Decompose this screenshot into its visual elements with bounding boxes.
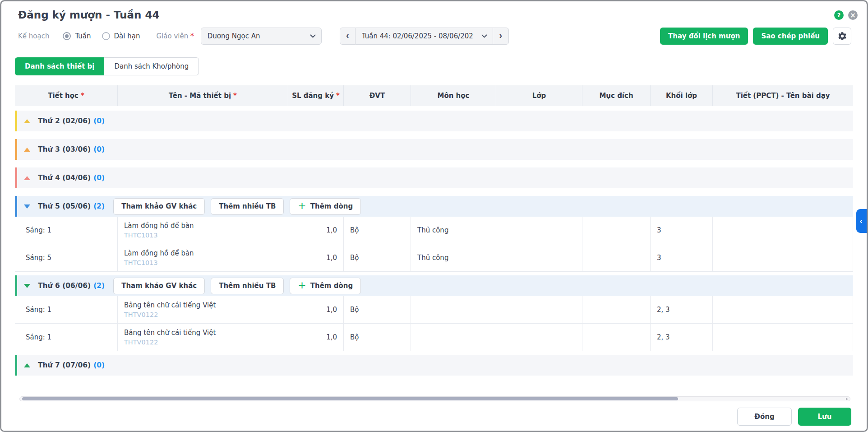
teacher-select[interactable]: Dương Ngọc An [201, 28, 322, 45]
cell-purpose[interactable] [582, 217, 651, 244]
add-many-devices-button[interactable]: Thêm nhiều TB [211, 198, 284, 215]
cell-device[interactable]: Bảng tên chữ cái tiếng Việt THTV0122 [118, 324, 288, 351]
cell-period[interactable]: Sáng: 1 [15, 324, 118, 351]
device-row: Sáng: 1 Bảng tên chữ cái tiếng Việt THTV… [15, 296, 853, 324]
cell-period[interactable]: Sáng: 1 [15, 296, 118, 323]
copy-ticket-button[interactable]: Sao chép phiếu [753, 28, 828, 45]
day-group: Thứ 5 (05/06) (2) Tham khảo GV khác Thêm… [15, 196, 853, 272]
cell-quantity[interactable]: 1,0 [288, 296, 344, 323]
settings-button[interactable] [833, 28, 851, 45]
cell-grade[interactable]: 2, 3 [651, 324, 713, 351]
filter-bar: Kế hoạch Tuần Dài hạn Giáo viên * Dương … [18, 28, 851, 45]
cell-period[interactable]: Sáng: 1 [15, 217, 118, 244]
cell-quantity[interactable]: 1,0 [288, 324, 344, 351]
save-button[interactable]: Lưu [798, 408, 851, 426]
change-schedule-button[interactable]: Thay đổi lịch mượn [660, 28, 748, 45]
add-row-button[interactable]: + Thêm dòng [290, 278, 361, 294]
day-header-row[interactable]: Thứ 5 (05/06) (2) Tham khảo GV khác Thêm… [15, 196, 853, 217]
expand-toggle-icon[interactable] [24, 363, 30, 367]
column-header: ĐVT [344, 85, 411, 106]
expand-toggle-icon[interactable] [24, 176, 30, 180]
device-code: THTV0122 [124, 311, 282, 318]
column-header: Tiết (PPCT) - Tên bài dạy [713, 85, 853, 106]
day-header-row[interactable]: Thứ 7 (07/06) (0) [15, 355, 853, 376]
cell-unit[interactable]: Bộ [344, 217, 411, 244]
day-rows: Sáng: 1 Làm đồng hồ để bàn THTC1013 1,0 … [15, 217, 853, 272]
expand-toggle-icon[interactable] [24, 119, 30, 123]
next-week-button[interactable]: › [493, 28, 509, 45]
prev-week-button[interactable]: ‹ [340, 28, 356, 45]
cell-unit[interactable]: Bộ [344, 244, 411, 271]
cell-device[interactable]: Làm đồng hồ để bàn THTC1013 [118, 217, 288, 244]
plan-label: Kế hoạch [18, 32, 49, 40]
radio-longterm-circle[interactable] [102, 32, 110, 40]
cell-ppct[interactable] [713, 296, 853, 323]
consult-other-teacher-button[interactable]: Tham khảo GV khác [113, 198, 205, 215]
cell-period[interactable]: Sáng: 5 [15, 244, 118, 271]
cell-grade[interactable]: 2, 3 [651, 296, 713, 323]
table-body: Thứ 2 (02/06) (0) Thứ 3 (03/06) (0) Thứ … [15, 111, 853, 376]
cell-unit[interactable]: Bộ [344, 296, 411, 323]
cell-ppct[interactable] [713, 324, 853, 351]
cell-purpose[interactable] [582, 244, 651, 271]
device-row: Sáng: 5 Làm đồng hồ để bàn THTC1013 1,0 … [15, 244, 853, 272]
cell-unit[interactable]: Bộ [344, 324, 411, 351]
cell-purpose[interactable] [582, 324, 651, 351]
day-header-row[interactable]: Thứ 3 (03/06) (0) [15, 139, 853, 160]
cell-subject[interactable]: Thủ công [411, 217, 496, 244]
day-label: Thứ 7 (07/06) [38, 361, 91, 369]
chevron-down-icon [481, 34, 487, 38]
cell-device[interactable]: Bảng tên chữ cái tiếng Việt THTV0122 [118, 296, 288, 323]
cell-grade[interactable]: 3 [651, 217, 713, 244]
scrollbar-right-arrow[interactable] [846, 398, 848, 400]
cell-ppct[interactable] [713, 244, 853, 271]
device-name: Bảng tên chữ cái tiếng Việt [124, 301, 282, 309]
collapse-panel-tab[interactable]: ‹ [856, 209, 868, 233]
day-count: (0) [93, 174, 105, 182]
radio-week[interactable]: Tuần [63, 32, 91, 40]
plus-icon: + [298, 280, 306, 290]
dialog-footer: Đóng Lưu [1, 403, 867, 431]
cell-class[interactable] [496, 296, 582, 323]
day-header-row[interactable]: Thứ 2 (02/06) (0) [15, 111, 853, 131]
cell-subject[interactable]: Thủ công [411, 244, 496, 271]
radio-week-circle[interactable] [63, 32, 71, 40]
column-header: Mục đích [582, 85, 651, 106]
cell-grade[interactable]: 3 [651, 244, 713, 271]
add-row-button[interactable]: + Thêm dòng [290, 198, 361, 215]
cell-subject[interactable] [411, 324, 496, 351]
cell-quantity[interactable]: 1,0 [288, 217, 344, 244]
help-icon[interactable]: ? [834, 10, 844, 20]
horizontal-scrollbar[interactable] [19, 396, 850, 401]
cell-class[interactable] [496, 244, 582, 271]
week-select[interactable]: Tuần 44: 02/06/2025 - 08/06/202 [356, 28, 493, 45]
expand-toggle-icon[interactable] [24, 148, 30, 152]
scrollbar-thumb[interactable] [22, 397, 678, 400]
device-code: THTV0122 [124, 339, 282, 346]
day-label: Thứ 4 (04/06) [38, 174, 91, 182]
day-header-row[interactable]: Thứ 4 (04/06) (0) [15, 167, 853, 188]
day-header-row[interactable]: Thứ 6 (06/06) (2) Tham khảo GV khác Thêm… [15, 275, 853, 296]
day-count: (2) [93, 282, 105, 290]
expand-toggle-icon[interactable] [24, 204, 30, 209]
day-group: Thứ 4 (04/06) (0) [15, 167, 853, 188]
cell-purpose[interactable] [582, 296, 651, 323]
teacher-label-text: Giáo viên [156, 32, 188, 40]
tab-warehouse-list[interactable]: Danh sách Kho/phòng [104, 57, 199, 75]
cell-ppct[interactable] [713, 217, 853, 244]
gear-icon [837, 31, 847, 41]
day-actions: Tham khảo GV khác Thêm nhiều TB + Thêm d… [113, 278, 361, 294]
close-icon[interactable]: × [848, 10, 858, 20]
cell-quantity[interactable]: 1,0 [288, 244, 344, 271]
cell-class[interactable] [496, 324, 582, 351]
cell-class[interactable] [496, 217, 582, 244]
cell-subject[interactable] [411, 296, 496, 323]
add-many-devices-button[interactable]: Thêm nhiều TB [211, 278, 284, 294]
tab-device-list[interactable]: Danh sách thiết bị [15, 57, 104, 75]
expand-toggle-icon[interactable] [24, 284, 30, 288]
consult-other-teacher-button[interactable]: Tham khảo GV khác [113, 278, 205, 294]
close-button[interactable]: Đóng [737, 408, 792, 426]
radio-longterm[interactable]: Dài hạn [102, 32, 140, 40]
cell-device[interactable]: Làm đồng hồ để bàn THTC1013 [118, 244, 288, 271]
column-header: Tên - Mã thiết bị* [118, 85, 288, 106]
